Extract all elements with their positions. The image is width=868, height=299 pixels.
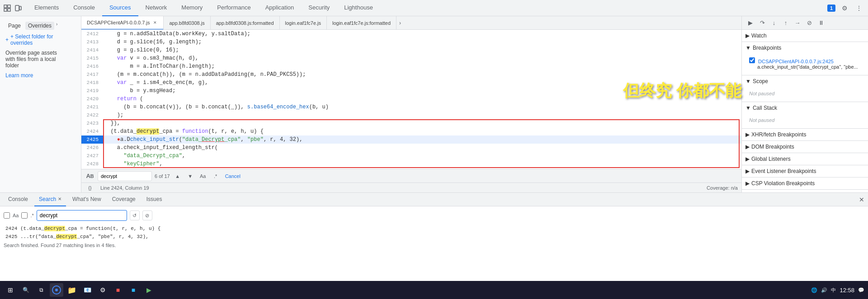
- breakpoints-section: ▼ Breakpoints DCSAPPClientAPI-0.0.0.7.js…: [742, 42, 868, 75]
- refresh-search-button[interactable]: ↺: [130, 210, 140, 220]
- taskbar-app-2[interactable]: ⚙: [96, 283, 109, 297]
- bottom-tab-coverage[interactable]: Coverage: [108, 193, 140, 206]
- step-into-button[interactable]: ↓: [769, 18, 779, 28]
- watch-section-header[interactable]: ▶ Watch: [742, 30, 868, 42]
- source-tab-0-close[interactable]: ✕: [152, 20, 158, 25]
- resume-button[interactable]: ▶: [745, 18, 755, 28]
- tab-performance[interactable]: Performance: [210, 0, 258, 16]
- code-line-2415: 2415 var v = o.sm3_hmac(h, d),: [81, 54, 741, 62]
- bottom-tab-console-label: Console: [8, 196, 28, 202]
- source-tab-1[interactable]: app.b8fd0308.js: [164, 16, 210, 30]
- step-button[interactable]: →: [793, 18, 802, 28]
- cancel-search-button[interactable]: Cancel: [223, 171, 242, 181]
- volume-icon: 🔊: [821, 287, 827, 293]
- regex-button[interactable]: .*: [211, 171, 221, 181]
- taskbar-task-view[interactable]: ⧉: [34, 283, 48, 297]
- scope-label: Scope: [753, 78, 768, 84]
- bottom-tab-whatsnew[interactable]: What's New: [68, 193, 106, 206]
- case-sensitive-button[interactable]: Aa: [198, 171, 208, 181]
- csp-violation-header[interactable]: ▶ CSP Violation Breakpoints: [742, 178, 868, 189]
- pause-on-exception-button[interactable]: ⏸: [816, 18, 826, 28]
- dom-breakpoints-header[interactable]: ▶ DOM Breakpoints: [742, 141, 868, 153]
- search-main-input[interactable]: [37, 210, 127, 221]
- scope-not-paused: Not paused: [749, 89, 864, 98]
- taskbar-app-4[interactable]: ■: [127, 283, 140, 297]
- search-panel: Aa .* ↺ ⊘ 2424 (t.data_decrypt_cpa = fun…: [0, 206, 868, 283]
- search-match-0: decrypt: [44, 226, 65, 231]
- sidebar: Page Overrides › + + Select folder for o…: [0, 16, 81, 192]
- prev-result-button[interactable]: ▲: [173, 171, 183, 181]
- sidebar-tab-page[interactable]: Page: [5, 22, 24, 30]
- settings-button[interactable]: ⚙: [839, 3, 850, 14]
- deactivate-breakpoints-button[interactable]: ⊘: [804, 18, 814, 28]
- svg-rect-5: [19, 6, 21, 10]
- more-button[interactable]: ⋮: [854, 3, 864, 14]
- step-over-button[interactable]: ↷: [757, 18, 767, 28]
- case-label: Aa: [13, 213, 19, 218]
- taskbar-app-1[interactable]: 📧: [80, 283, 94, 297]
- bottom-tab-search[interactable]: Search ✕: [34, 193, 66, 206]
- tab-console[interactable]: Console: [66, 0, 102, 16]
- bottom-tab-search-close[interactable]: ✕: [58, 196, 61, 201]
- global-listeners-header[interactable]: ▶ Global Listeners: [742, 153, 868, 165]
- taskbar-app-5[interactable]: ▶: [142, 283, 156, 297]
- tab-application[interactable]: Application: [258, 0, 302, 16]
- select-folder-label: + Select folder for overrides: [10, 33, 75, 46]
- breakpoint-checkbox-0[interactable]: [749, 57, 755, 63]
- device-toggle-icon[interactable]: [14, 5, 22, 12]
- scope-section-header[interactable]: ▼ Scope: [742, 75, 868, 87]
- sidebar-tab-overrides[interactable]: Overrides: [25, 22, 54, 30]
- select-folder-button[interactable]: + + Select folder for overrides: [5, 33, 75, 46]
- source-tab-2-label: app.b8fd0308.js:formatted: [216, 20, 274, 26]
- taskbar-chrome-icon[interactable]: [50, 283, 63, 297]
- search-result-1[interactable]: 2425 ...tr("data_decrypt_cpa", "pbe", r,…: [4, 233, 864, 241]
- breakpoints-section-header[interactable]: ▼ Breakpoints: [742, 42, 868, 54]
- source-tabs-overflow-arrow[interactable]: ›: [396, 20, 404, 26]
- right-panel: ▶ ↷ ↓ ↑ → ⊘ ⏸ ▶ Watch ▼ Breakpoints: [741, 16, 868, 192]
- scope-section: ▼ Scope Not paused: [742, 75, 868, 102]
- call-stack-label: Call Stack: [753, 105, 777, 111]
- breakpoint-item-0[interactable]: DCSAPPClientAPI-0.0.0.7.js:2425 a.check_…: [749, 56, 864, 71]
- editor-search-input[interactable]: [98, 171, 152, 181]
- source-tab-3[interactable]: login.eaf1fc7e.js: [280, 16, 327, 30]
- code-line-2428: 2428 "keyCipher",: [81, 160, 741, 168]
- clear-search-button[interactable]: ⊘: [142, 210, 152, 220]
- tab-elements[interactable]: Elements: [27, 0, 66, 16]
- case-sensitive-checkbox[interactable]: [4, 212, 10, 219]
- xhr-breakpoints-header[interactable]: ▶ XHR/fetch Breakpoints: [742, 129, 868, 140]
- next-result-button[interactable]: ▼: [185, 171, 195, 181]
- bottom-tab-console[interactable]: Console: [4, 193, 33, 206]
- source-tab-4[interactable]: login.eaf1fc7e.js:formatted: [327, 16, 396, 30]
- source-tab-2[interactable]: app.b8fd0308.js:formatted: [211, 16, 280, 30]
- tab-security[interactable]: Security: [301, 0, 337, 16]
- search-count: 6 of 17: [155, 173, 170, 179]
- call-stack-section-header[interactable]: ▼ Call Stack: [742, 102, 868, 114]
- event-listeners-header[interactable]: ▶ Event Listener Breakpoints: [742, 165, 868, 177]
- call-stack-section: ▼ Call Stack Not paused: [742, 102, 868, 129]
- code-container[interactable]: 2412 g = n.addSaltData(b.workKey, y.salt…: [81, 30, 741, 169]
- taskbar-file-explorer[interactable]: 📁: [65, 283, 79, 297]
- search-result-0[interactable]: 2424 (t.data_decrypt_cpa = function(t, r…: [4, 224, 864, 233]
- taskbar-start-button[interactable]: 🔍: [19, 283, 33, 297]
- override-text3: folder: [5, 62, 19, 69]
- format-code-button[interactable]: {}: [85, 183, 95, 193]
- source-tab-0[interactable]: DCSAPPClientAPI-0.0.0.7.js ✕: [81, 16, 164, 30]
- regex-checkbox[interactable]: [21, 212, 28, 219]
- bottom-tab-issues[interactable]: Issues: [142, 193, 167, 206]
- notification-icon[interactable]: 💬: [858, 287, 864, 293]
- step-out-button[interactable]: ↑: [781, 18, 791, 28]
- tab-memory[interactable]: Memory: [174, 0, 210, 16]
- learn-more-link[interactable]: Learn more: [5, 72, 33, 79]
- csp-violation-section: ▶ CSP Violation Breakpoints: [742, 178, 868, 190]
- close-bottom-panel-button[interactable]: ✕: [859, 196, 864, 203]
- tab-lighthouse[interactable]: Lighthouse: [337, 0, 380, 16]
- taskbar-search-icon[interactable]: ⊞: [4, 283, 17, 297]
- inspect-element-icon[interactable]: [4, 5, 11, 12]
- tab-network[interactable]: Network: [138, 0, 175, 16]
- chevron-down-icon: ▼: [745, 45, 751, 51]
- source-tab-0-label: DCSAPPClientAPI-0.0.0.7.js: [87, 20, 150, 25]
- taskbar-app-3[interactable]: ■: [111, 283, 125, 297]
- font-format-toggle[interactable]: AB: [85, 171, 95, 181]
- dom-breakpoints-label: DOM Breakpoints: [751, 144, 794, 150]
- tab-sources[interactable]: Sources: [102, 0, 138, 16]
